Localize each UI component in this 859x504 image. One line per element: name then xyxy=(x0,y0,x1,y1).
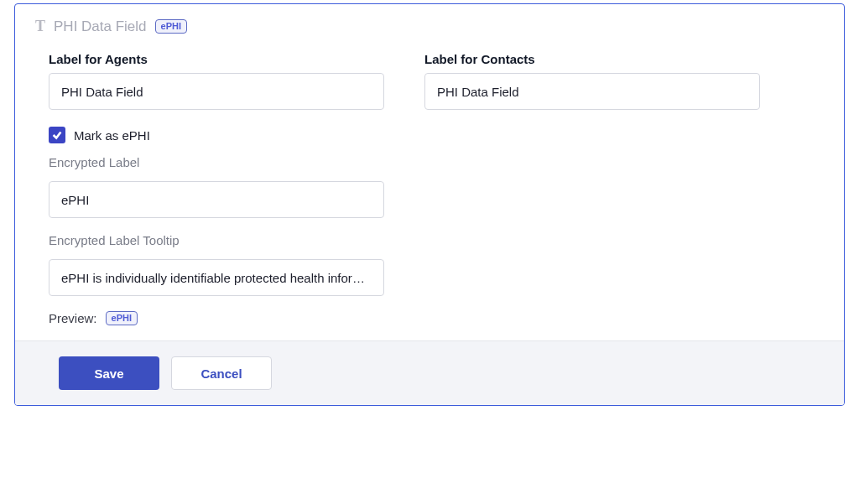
preview-label: Preview: xyxy=(49,311,97,325)
encrypted-label-input[interactable] xyxy=(49,181,384,218)
field-config-panel: T PHI Data Field ePHI Label for Agents L… xyxy=(14,3,845,406)
label-agents-label: Label for Agents xyxy=(49,52,384,66)
cancel-button[interactable]: Cancel xyxy=(171,356,272,390)
header-title: PHI Data Field xyxy=(54,18,147,35)
label-contacts-input[interactable] xyxy=(424,73,760,110)
label-contacts-label: Label for Contacts xyxy=(424,52,760,66)
ephi-badge: ePHI xyxy=(155,19,187,34)
panel-footer: Save Cancel xyxy=(15,340,844,405)
mark-ephi-checkbox[interactable] xyxy=(49,127,65,143)
encrypted-tooltip-label: Encrypted Label Tooltip xyxy=(49,233,384,247)
panel-header: T PHI Data Field ePHI xyxy=(15,4,844,35)
label-agents-input[interactable] xyxy=(49,73,384,110)
encrypted-label-label: Encrypted Label xyxy=(49,155,384,169)
preview-badge: ePHI xyxy=(106,311,138,325)
check-icon xyxy=(51,129,63,141)
encrypted-tooltip-input[interactable] xyxy=(49,259,384,296)
mark-ephi-label: Mark as ePHI xyxy=(74,128,150,143)
text-type-icon: T xyxy=(35,18,45,35)
save-button[interactable]: Save xyxy=(59,356,159,390)
panel-body: Label for Agents Label for Contacts Mark… xyxy=(15,35,844,340)
